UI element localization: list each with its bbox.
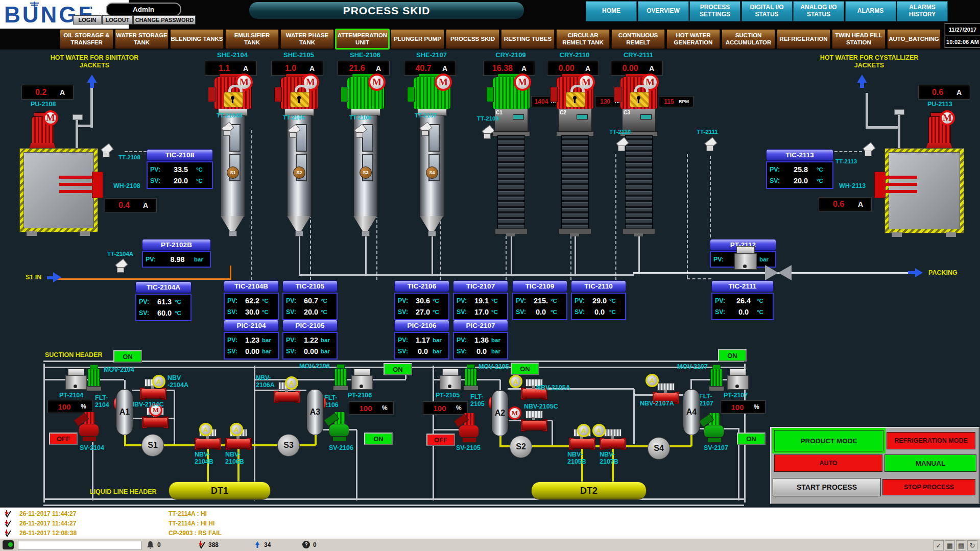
state-badge[interactable]: ON bbox=[718, 349, 747, 362]
manual-button[interactable]: MANUAL bbox=[885, 454, 976, 472]
status-field bbox=[18, 541, 141, 550]
product-mode-button[interactable]: PRODUCT MODE bbox=[774, 430, 883, 451]
controller-panel[interactable]: TIC-2113PV:25.8°CSV:20.0°C bbox=[766, 149, 833, 189]
cry-chip bbox=[577, 114, 588, 119]
state-badge[interactable]: ON bbox=[737, 433, 766, 445]
accumulator-vessel[interactable]: A1 bbox=[116, 389, 133, 435]
auto-badge-icon: A bbox=[577, 424, 590, 437]
pipe-vertical bbox=[254, 366, 255, 500]
sv-body[interactable] bbox=[329, 424, 349, 437]
pipe bbox=[866, 126, 899, 129]
stop-process-button[interactable]: STOP PROCESS bbox=[882, 479, 975, 495]
controller-panel[interactable]: PIC-2107PV:1.36barSV:0.0bar bbox=[453, 320, 508, 360]
sv-body[interactable] bbox=[79, 424, 99, 437]
pump-tag: PU-2108 bbox=[31, 101, 66, 108]
controller-panel[interactable]: PIC-2104PV:1.23barSV:0.00bar bbox=[224, 320, 279, 360]
state-badge[interactable]: ON bbox=[511, 363, 539, 375]
accumulator-vessel[interactable]: A4 bbox=[683, 389, 700, 435]
nbv-body[interactable] bbox=[226, 439, 251, 449]
accumulator-vessel[interactable]: A2 bbox=[491, 390, 509, 436]
mov-body[interactable] bbox=[334, 368, 347, 387]
butterfly-valve-left[interactable] bbox=[765, 265, 778, 280]
window-tool-icon[interactable]: ▤ bbox=[956, 540, 966, 550]
row-value: 60.0 bbox=[154, 309, 175, 317]
nbv-body[interactable] bbox=[275, 392, 299, 402]
controller-panel[interactable]: TIC-2106PV:30.6°CSV:27.0°C bbox=[394, 280, 449, 320]
refresh-tool-icon[interactable]: ↻ bbox=[967, 540, 977, 550]
nbv-body[interactable] bbox=[570, 439, 594, 449]
mov-body[interactable] bbox=[465, 368, 477, 387]
flt-tag: FLT- 2106 bbox=[324, 395, 345, 409]
nbv-body[interactable] bbox=[601, 439, 625, 449]
separator-circle[interactable]: S3 bbox=[277, 434, 300, 457]
mov-tag: MOV-2106 bbox=[299, 363, 335, 370]
check-tool-icon[interactable]: ✓ bbox=[934, 540, 944, 550]
controller-panel[interactable]: TIC-2105PV:60.7°CSV:20.0°C bbox=[282, 280, 338, 320]
controller-panel[interactable]: TIC-2109PV:215.°CSV:0.0°C bbox=[512, 280, 567, 320]
row-value: 8.98 bbox=[161, 255, 194, 263]
nbv-tag: NBV-2104C bbox=[130, 401, 168, 416]
mov-body[interactable] bbox=[710, 369, 723, 387]
state-badge[interactable]: OFF bbox=[49, 433, 78, 445]
grid-tool-icon[interactable]: ▦ bbox=[945, 540, 955, 550]
alarm-row[interactable]: 26-11-2017 11:44:27TT-2114A : HI bbox=[0, 509, 980, 519]
she-cone bbox=[287, 216, 310, 231]
row-value: 17.0 bbox=[472, 308, 491, 316]
tt-sensor-icon bbox=[615, 138, 629, 151]
refrigeration-mode-button[interactable]: REFRIGERATION MODE bbox=[887, 432, 975, 449]
auto-badge-icon: A bbox=[230, 423, 243, 436]
cry-column[interactable] bbox=[561, 135, 589, 229]
controller-panel[interactable]: TIC-2104BPV:62.2°CSV:30.0°C bbox=[224, 280, 279, 320]
state-badge[interactable]: OFF bbox=[426, 434, 455, 446]
accumulator-vessel[interactable]: A3 bbox=[306, 389, 324, 435]
controller-panel[interactable]: TIC-2110PV:29.0°CSV:0.0°C bbox=[571, 280, 626, 320]
alarm-ack-icon bbox=[4, 519, 12, 530]
motor-badge-icon: M bbox=[435, 74, 452, 91]
nbv-body[interactable] bbox=[141, 389, 165, 399]
unit-tag: CRY-2110 bbox=[541, 52, 608, 59]
sv-body[interactable] bbox=[459, 425, 479, 438]
day-tank[interactable]: DT1 bbox=[169, 482, 271, 500]
start-process-button[interactable]: START PROCESS bbox=[773, 478, 881, 496]
pipe-cap bbox=[73, 114, 83, 120]
row-value: 1.22 bbox=[301, 336, 321, 344]
alarm-row[interactable]: 26-11-2017 11:44:27TT-2114A : HI HI bbox=[0, 519, 980, 529]
controller-panel[interactable]: PT-2102BPV:8.98bar bbox=[142, 239, 211, 268]
row-unit: °C bbox=[551, 309, 564, 315]
cry-column[interactable] bbox=[625, 135, 653, 229]
separator-circle[interactable]: S2 bbox=[510, 436, 532, 458]
separator-circle[interactable]: S1 bbox=[141, 434, 164, 457]
controller-title: TIC-2107 bbox=[453, 280, 508, 292]
row-value: 0.0 bbox=[730, 308, 757, 316]
nbv-body[interactable] bbox=[196, 439, 220, 449]
nbv-body[interactable] bbox=[143, 417, 168, 427]
current-unit: A bbox=[243, 64, 256, 73]
controller-panel[interactable]: PIC-2105PV:1.22barSV:0.00bar bbox=[282, 320, 338, 360]
controller-panel[interactable]: TIC-2108PV:33.5°CSV:20.0°C bbox=[147, 149, 213, 189]
sv-body[interactable] bbox=[704, 425, 724, 438]
controller-panel[interactable]: TIC-2111PV:26.4°CSV:0.0°C bbox=[711, 280, 774, 320]
day-tank[interactable]: DT2 bbox=[531, 482, 647, 500]
s1-line bbox=[57, 278, 231, 280]
controller-row: SV:20.0°C bbox=[770, 175, 830, 186]
tt-sensor-tag: TT-2109 bbox=[477, 115, 507, 122]
controller-panel[interactable]: TIC-2104APV:61.3°CSV:60.0°C bbox=[135, 281, 192, 321]
pipe-vertical bbox=[575, 233, 576, 274]
mov-body[interactable] bbox=[88, 369, 100, 387]
controller-panel[interactable]: TIC-2107PV:19.1°CSV:17.0°C bbox=[453, 280, 508, 320]
state-badge[interactable]: ON bbox=[384, 363, 412, 375]
controller-row: SV:27.0°C bbox=[398, 306, 446, 318]
controller-row: SV:0.0bar bbox=[457, 346, 505, 357]
pipe-vertical bbox=[43, 364, 45, 502]
butterfly-valve-right[interactable] bbox=[778, 265, 792, 280]
current-unit: A bbox=[309, 64, 323, 73]
controller-panel[interactable]: PIC-2106PV:1.17barSV:0.0bar bbox=[394, 320, 449, 360]
nbv-body[interactable] bbox=[522, 420, 546, 430]
state-badge[interactable]: ON bbox=[113, 350, 142, 363]
cry-column[interactable] bbox=[497, 135, 525, 229]
heater-tube bbox=[885, 190, 917, 193]
alarm-row[interactable]: 26-11-2017 12:08:38CP-2903 : RS FAIL bbox=[0, 529, 980, 538]
auto-button[interactable]: AUTO bbox=[774, 454, 882, 472]
separator-circle[interactable]: S4 bbox=[648, 437, 670, 460]
state-badge[interactable]: ON bbox=[364, 433, 393, 445]
